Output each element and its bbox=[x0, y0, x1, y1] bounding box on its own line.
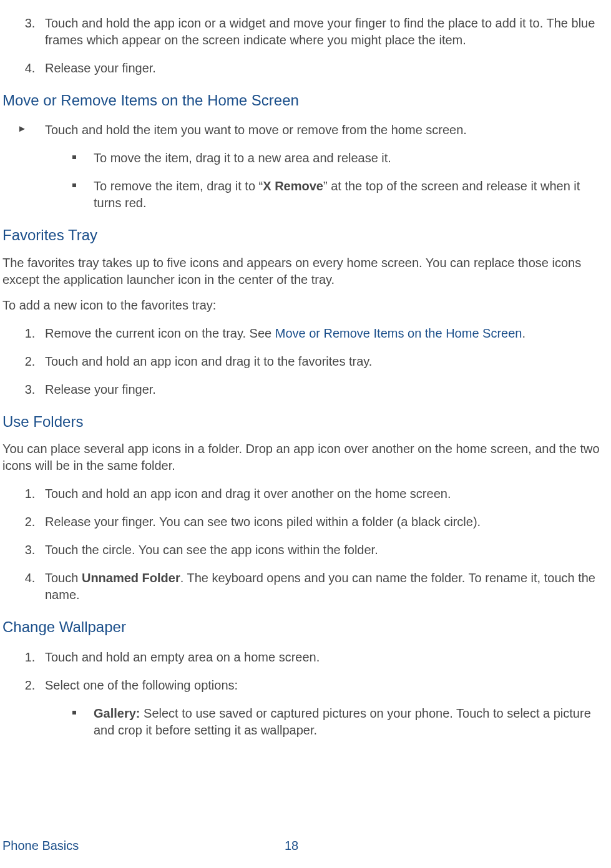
ordered-list-wallpaper: Touch and hold an empty area on a home s… bbox=[0, 649, 611, 739]
list-item: Gallery: Select to use saved or captured… bbox=[72, 705, 611, 739]
paragraph: You can place several app icons in a fol… bbox=[0, 441, 611, 474]
list-item-text: Touch and hold an empty area on a home s… bbox=[45, 650, 320, 664]
list-item-text: Touch and hold the app icon or a widget … bbox=[45, 16, 595, 47]
ordered-list-folders: Touch and hold an app icon and drag it o… bbox=[0, 485, 611, 603]
list-item: Touch and hold the app icon or a widget … bbox=[39, 15, 611, 49]
list-item-text: Release your finger. You can see two ico… bbox=[45, 515, 481, 529]
ordered-list-add-items: Touch and hold the app icon or a widget … bbox=[0, 15, 611, 77]
square-list: Gallery: Select to use saved or captured… bbox=[45, 705, 611, 739]
list-item-text: Remove the current icon on the tray. See bbox=[45, 326, 275, 340]
list-item-text: Select to use saved or captured pictures… bbox=[94, 706, 591, 737]
list-item: Release your finger. bbox=[39, 381, 611, 398]
list-item-text: Select one of the following options: bbox=[45, 678, 238, 692]
link-move-remove[interactable]: Move or Remove Items on the Home Screen bbox=[275, 326, 522, 340]
list-item-text: Release your finger. bbox=[45, 61, 156, 75]
footer-page-number: 18 bbox=[285, 837, 298, 854]
list-item: Remove the current icon on the tray. See… bbox=[39, 325, 611, 342]
arrow-list: Touch and hold the item you want to move… bbox=[0, 122, 611, 212]
list-item-text: Touch the circle. You can see the app ic… bbox=[45, 543, 378, 557]
heading-change-wallpaper: Change Wallpaper bbox=[0, 617, 611, 637]
heading-use-folders: Use Folders bbox=[0, 412, 611, 432]
list-item: Touch and hold an app icon and drag it o… bbox=[39, 485, 611, 502]
bold-text: Gallery: bbox=[94, 706, 140, 720]
footer-section-name: Phone Basics bbox=[2, 839, 79, 852]
document-page: Touch and hold the app icon or a widget … bbox=[0, 0, 611, 868]
list-item: Select one of the following options: Gal… bbox=[39, 677, 611, 739]
paragraph: To add a new icon to the favorites tray: bbox=[0, 297, 611, 314]
bold-text: X Remove bbox=[263, 179, 323, 193]
list-item: Touch the circle. You can see the app ic… bbox=[39, 542, 611, 558]
list-item-text: Touch and hold the item you want to move… bbox=[45, 123, 467, 137]
list-item-text: Touch and hold an app icon and drag it o… bbox=[45, 487, 451, 500]
list-item-text: Release your finger. bbox=[45, 383, 156, 396]
square-list: To move the item, drag it to a new area … bbox=[45, 150, 611, 212]
list-item-text: . bbox=[522, 326, 525, 340]
list-item-text: Touch and hold an app icon and drag it t… bbox=[45, 354, 372, 368]
page-footer: Phone Basics 18 bbox=[2, 837, 609, 854]
paragraph: The favorites tray takes up to five icon… bbox=[0, 255, 611, 288]
bold-text: Unnamed Folder bbox=[82, 571, 180, 585]
ordered-list-favorites: Remove the current icon on the tray. See… bbox=[0, 325, 611, 398]
list-item-text: To remove the item, drag it to “ bbox=[94, 179, 263, 193]
list-item: To remove the item, drag it to “X Remove… bbox=[72, 178, 611, 212]
heading-favorites-tray: Favorites Tray bbox=[0, 225, 611, 245]
list-item: To move the item, drag it to a new area … bbox=[72, 150, 611, 167]
list-item: Touch and hold the item you want to move… bbox=[17, 122, 611, 212]
list-item: Touch and hold an empty area on a home s… bbox=[39, 649, 611, 666]
list-item: Release your finger. bbox=[39, 60, 611, 77]
heading-move-remove: Move or Remove Items on the Home Screen bbox=[0, 90, 611, 110]
list-item: Touch and hold an app icon and drag it t… bbox=[39, 353, 611, 370]
list-item-text: To move the item, drag it to a new area … bbox=[94, 151, 391, 165]
list-item: Touch Unnamed Folder. The keyboard opens… bbox=[39, 570, 611, 603]
list-item: Release your finger. You can see two ico… bbox=[39, 514, 611, 530]
document-body: Touch and hold the app icon or a widget … bbox=[0, 0, 611, 739]
list-item-text: Touch bbox=[45, 571, 82, 585]
